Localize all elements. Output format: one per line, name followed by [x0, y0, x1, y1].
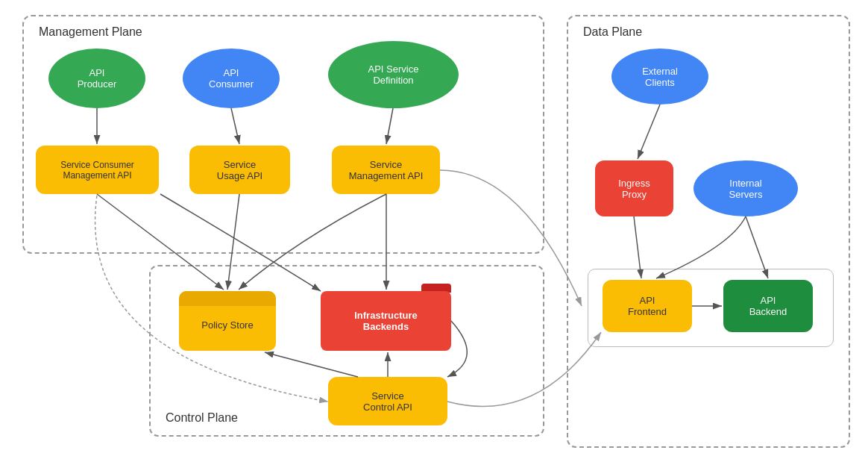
api-frontend-node: APIFrontend [603, 280, 692, 332]
api-service-def-node: API ServiceDefinition [328, 41, 459, 108]
management-plane-label: Management Plane [39, 25, 142, 39]
infra-backends-node: InfrastructureBackends [321, 291, 451, 351]
service-consumer-mgmt-node: Service ConsumerManagement API [36, 146, 159, 194]
ingress-proxy-node: IngressProxy [595, 160, 673, 216]
api-producer-node: APIProducer [48, 49, 145, 108]
api-backend-node: APIBackend [723, 280, 813, 332]
policy-store-node: Policy Store [179, 291, 276, 351]
service-control-api-node: ServiceControl API [328, 377, 447, 425]
data-plane-label: Data Plane [583, 25, 642, 39]
control-plane-label: Control Plane [166, 411, 238, 425]
internal-servers-node: InternalServers [694, 160, 798, 216]
api-consumer-node: APIConsumer [183, 49, 280, 108]
diagram-container: Management Plane Data Plane Control Plan… [0, 0, 868, 462]
service-usage-api-node: ServiceUsage API [189, 146, 290, 194]
service-mgmt-api-node: ServiceManagement API [332, 146, 440, 194]
data-plane-box: Data Plane [567, 15, 850, 448]
external-clients-node: ExternalClients [611, 49, 708, 104]
